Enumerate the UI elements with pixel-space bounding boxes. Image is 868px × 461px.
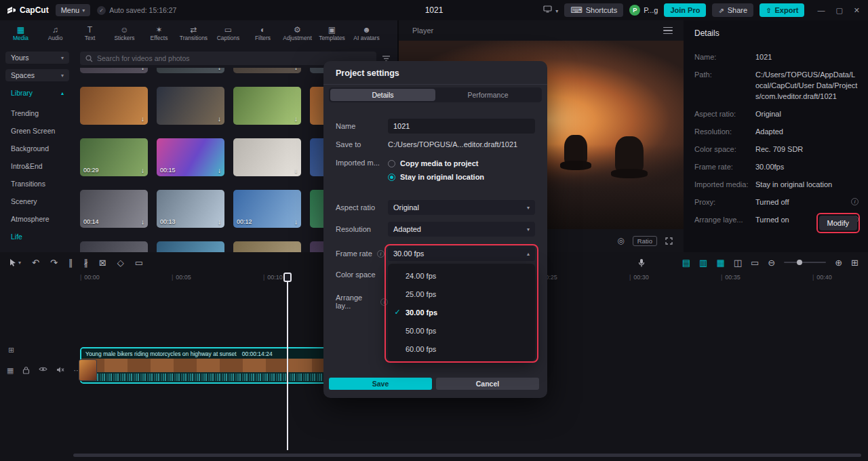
resolution-select[interactable]: Adapted ▾ bbox=[388, 222, 535, 237]
media-thumbnail[interactable]: 00:12 ↓ bbox=[233, 241, 301, 252]
avatar[interactable]: P bbox=[629, 5, 640, 16]
screen-record-button[interactable]: ▭ bbox=[135, 258, 143, 268]
media-tab[interactable]: ▦ Media bbox=[4, 22, 37, 45]
menu-button[interactable]: Menu ▾ bbox=[56, 4, 91, 16]
media-tab[interactable]: ▣ Templates bbox=[315, 22, 349, 45]
clip-cover-thumbnail[interactable] bbox=[79, 359, 97, 381]
track-layout-a-button[interactable]: ▤ bbox=[682, 258, 690, 268]
zoom-in-button[interactable]: ⊕ bbox=[835, 258, 842, 268]
download-icon[interactable]: ↓ bbox=[294, 68, 298, 71]
zoom-out-button[interactable]: ⊖ bbox=[768, 258, 775, 268]
frame-rate-select[interactable]: 30.00 fps ▴ bbox=[388, 246, 535, 261]
sidebar-group-library[interactable]: Library ▴ bbox=[5, 87, 69, 99]
preview-focus-icon[interactable]: ◎ bbox=[617, 236, 624, 245]
preview-axis-button[interactable]: ▭ bbox=[751, 258, 759, 268]
download-icon[interactable]: ↓ bbox=[294, 167, 298, 174]
media-thumbnail[interactable]: ↓ bbox=[233, 68, 301, 73]
imported-media-radio[interactable]: Copy media to project bbox=[388, 157, 535, 170]
delete-button[interactable]: ⊠ bbox=[99, 258, 106, 268]
media-tab[interactable]: ◐ Filters bbox=[246, 22, 279, 45]
mask-button[interactable]: ◇ bbox=[117, 258, 124, 268]
download-icon[interactable]: ↓ bbox=[218, 167, 221, 174]
project-name-input[interactable] bbox=[388, 119, 535, 134]
ratio-button[interactable]: Ratio bbox=[633, 236, 657, 246]
shortcuts-button[interactable]: ⌨ Shortcuts bbox=[564, 3, 623, 17]
sidebar-group-yours[interactable]: Yours ▾ bbox=[5, 52, 69, 64]
imported-media-radio[interactable]: Stay in original location bbox=[388, 170, 535, 184]
media-tab[interactable]: ♫ Audio bbox=[39, 22, 72, 45]
track-layout-c-button[interactable]: ▦ bbox=[716, 258, 724, 268]
media-thumbnail[interactable]: ↓ bbox=[80, 87, 148, 125]
playhead[interactable] bbox=[287, 273, 288, 450]
lock-icon[interactable] bbox=[22, 366, 30, 374]
join-pro-button[interactable]: Join Pro bbox=[664, 3, 706, 17]
info-icon[interactable]: i bbox=[851, 198, 859, 205]
download-icon[interactable]: ↓ bbox=[218, 115, 221, 123]
export-button[interactable]: ⇧ Export bbox=[760, 3, 804, 17]
media-thumbnail[interactable]: ↓ bbox=[233, 138, 301, 176]
close-button[interactable]: ✕ bbox=[854, 6, 860, 15]
media-thumbnail[interactable]: ↓ bbox=[157, 87, 224, 125]
dialog-tab[interactable]: Performance bbox=[435, 89, 540, 101]
undo-button[interactable]: ↶ bbox=[32, 258, 39, 268]
media-tab[interactable]: ✶ Effects bbox=[142, 22, 176, 45]
framerate-option[interactable]: ✓ 60.00 fps bbox=[388, 340, 535, 358]
add-track-icon[interactable]: ⊞ bbox=[8, 346, 14, 355]
maximize-button[interactable]: ▢ bbox=[835, 6, 842, 15]
media-thumbnail[interactable]: 00:10 ↓ bbox=[157, 241, 224, 252]
sidebar-category[interactable]: Life bbox=[5, 228, 69, 245]
info-icon[interactable]: i bbox=[380, 298, 388, 306]
sidebar-category[interactable]: Intro&End bbox=[5, 157, 69, 175]
framerate-option[interactable]: ✓ 50.00 fps bbox=[388, 321, 535, 340]
share-button[interactable]: ⇗ Share bbox=[712, 3, 753, 17]
media-thumbnail[interactable]: 00:18 ↓ bbox=[80, 241, 148, 252]
mic-icon[interactable] bbox=[638, 258, 645, 267]
split-button[interactable]: ∥ bbox=[68, 258, 73, 268]
media-thumbnail[interactable]: 00:15 ↓ bbox=[157, 138, 224, 176]
dialog-tab[interactable]: Details bbox=[330, 89, 435, 101]
timeline-zoom-slider[interactable] bbox=[784, 262, 826, 263]
media-thumbnail[interactable]: 00:29 ↓ bbox=[80, 138, 148, 176]
download-icon[interactable]: ↓ bbox=[218, 68, 221, 71]
framerate-option[interactable]: ✓ 30.00 fps bbox=[388, 303, 535, 321]
media-tab[interactable]: ☺ Stickers bbox=[108, 22, 141, 45]
cancel-button[interactable]: Cancel bbox=[436, 378, 539, 390]
download-icon[interactable]: ↓ bbox=[294, 218, 298, 226]
sidebar-category[interactable]: Scenery bbox=[5, 193, 69, 210]
sidebar-category[interactable]: Transitions bbox=[5, 175, 69, 193]
track-layout-b-button[interactable]: ▥ bbox=[699, 258, 707, 268]
media-thumbnail[interactable]: 00:13 ↓ bbox=[157, 190, 224, 228]
mute-speaker-icon[interactable] bbox=[56, 366, 64, 374]
minimize-button[interactable]: — bbox=[817, 6, 825, 15]
download-icon[interactable]: ↓ bbox=[141, 218, 144, 226]
media-tab[interactable]: T Text bbox=[73, 22, 106, 45]
media-tab[interactable]: ⚙ Adjustment bbox=[281, 22, 314, 45]
select-tool-button[interactable]: ▾ bbox=[9, 258, 21, 266]
snap-toggle-button[interactable]: ◫ bbox=[734, 258, 742, 268]
media-tab[interactable]: ⇄ Transitions bbox=[177, 22, 210, 45]
video-clip[interactable]: Young male bikers riding motorcycles on … bbox=[80, 347, 359, 384]
modify-button[interactable]: Modify bbox=[819, 216, 857, 230]
playhead-handle[interactable] bbox=[283, 273, 292, 282]
sidebar-category[interactable]: Green Screen bbox=[5, 122, 69, 140]
framerate-option[interactable]: ✓ 24.00 fps bbox=[388, 266, 535, 285]
download-icon[interactable]: ↓ bbox=[141, 167, 144, 174]
media-thumbnail[interactable]: ↓ bbox=[157, 68, 224, 73]
save-button[interactable]: Save bbox=[329, 378, 432, 390]
fit-timeline-button[interactable]: ⊞ bbox=[851, 258, 859, 268]
media-thumbnail[interactable]: ↓ bbox=[80, 68, 148, 73]
timeline-scrollbar[interactable] bbox=[73, 454, 861, 457]
download-icon[interactable]: ↓ bbox=[294, 115, 298, 123]
redo-button[interactable]: ↷ bbox=[50, 258, 58, 268]
zoom-slider-handle[interactable] bbox=[797, 260, 802, 265]
media-tab[interactable]: ☻ AI avatars bbox=[350, 22, 383, 45]
player-menu-icon[interactable] bbox=[663, 27, 673, 35]
download-icon[interactable]: ↓ bbox=[141, 68, 144, 71]
sidebar-category[interactable]: Trending bbox=[5, 104, 69, 122]
account-name[interactable]: P...g bbox=[644, 6, 658, 14]
media-thumbnail[interactable]: ↓ bbox=[233, 87, 301, 125]
download-icon[interactable]: ↓ bbox=[141, 115, 144, 123]
download-icon[interactable]: ↓ bbox=[218, 218, 221, 226]
display-mode-button[interactable]: ▾ bbox=[543, 5, 558, 15]
framerate-option[interactable]: ✓ 25.00 fps bbox=[388, 285, 535, 303]
